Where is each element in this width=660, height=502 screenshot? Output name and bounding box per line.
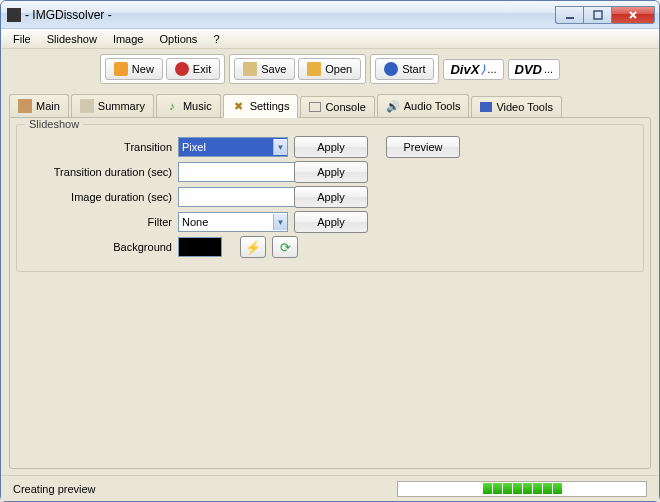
background-action1-button[interactable]: ⚡ — [240, 236, 266, 258]
transition-apply-button[interactable]: Apply — [294, 136, 368, 158]
chevron-down-icon: ▼ — [273, 139, 287, 155]
image-duration-apply-button[interactable]: Apply — [294, 186, 368, 208]
console-icon — [309, 102, 321, 112]
dvd-button[interactable]: DVD... — [508, 59, 561, 80]
tab-main[interactable]: Main — [9, 94, 69, 117]
settings-icon: ✖ — [232, 99, 246, 113]
app-window: - IMGDissolver - File Slideshow Image Op… — [0, 0, 660, 502]
app-icon — [7, 8, 21, 22]
tab-settings[interactable]: ✖Settings — [223, 94, 299, 118]
maximize-button[interactable] — [583, 6, 611, 24]
refresh-icon: ⟳ — [280, 240, 291, 255]
toolbar: New Exit Save Open Start DivX⟩... DVD... — [1, 49, 659, 89]
lightning-icon: ⚡ — [245, 240, 261, 255]
filter-select[interactable]: None▼ — [178, 212, 288, 232]
summary-icon — [80, 99, 94, 113]
new-button[interactable]: New — [105, 58, 163, 80]
transition-duration-apply-button[interactable]: Apply — [294, 161, 368, 183]
menu-options[interactable]: Options — [151, 31, 205, 47]
window-title: - IMGDissolver - — [25, 8, 555, 22]
video-tools-icon — [480, 102, 492, 112]
tab-summary[interactable]: Summary — [71, 94, 154, 117]
main-icon — [18, 99, 32, 113]
audio-tools-icon: 🔊 — [386, 99, 400, 113]
image-duration-label: Image duration (sec) — [27, 191, 172, 203]
transition-label: Transition — [27, 141, 172, 153]
filter-apply-button[interactable]: Apply — [294, 211, 368, 233]
background-action2-button[interactable]: ⟳ — [272, 236, 298, 258]
tab-music[interactable]: ♪Music — [156, 94, 221, 117]
tab-audio-tools[interactable]: 🔊Audio Tools — [377, 94, 470, 117]
tab-video-tools[interactable]: Video Tools — [471, 96, 561, 117]
progress-bar — [397, 481, 647, 497]
minimize-button[interactable] — [555, 6, 583, 24]
menubar: File Slideshow Image Options ? — [1, 29, 659, 49]
transition-select[interactable]: Pixel▼ — [178, 137, 288, 157]
tab-console[interactable]: Console — [300, 96, 374, 117]
tabbar: Main Summary ♪Music ✖Settings Console 🔊A… — [1, 89, 659, 117]
background-color-swatch[interactable] — [178, 237, 222, 257]
save-button[interactable]: Save — [234, 58, 295, 80]
slideshow-fieldset: Slideshow Transition Pixel▼ Apply Previe… — [16, 124, 644, 272]
image-duration-input[interactable]: ▲▼ — [178, 187, 288, 208]
menu-slideshow[interactable]: Slideshow — [39, 31, 105, 47]
open-icon — [307, 62, 321, 76]
transition-duration-label: Transition duration (sec) — [27, 166, 172, 178]
play-icon — [384, 62, 398, 76]
fieldset-legend: Slideshow — [25, 118, 83, 130]
statusbar: Creating preview — [1, 475, 659, 501]
save-icon — [243, 62, 257, 76]
start-button[interactable]: Start — [375, 58, 434, 80]
preview-button[interactable]: Preview — [386, 136, 460, 158]
menu-image[interactable]: Image — [105, 31, 152, 47]
status-text: Creating preview — [13, 483, 385, 495]
exit-icon — [175, 62, 189, 76]
background-label: Background — [27, 241, 172, 253]
svg-rect-1 — [594, 11, 602, 19]
exit-button[interactable]: Exit — [166, 58, 220, 80]
music-icon: ♪ — [165, 99, 179, 113]
chevron-down-icon: ▼ — [273, 214, 287, 230]
menu-file[interactable]: File — [5, 31, 39, 47]
transition-duration-input[interactable]: ▲▼ — [178, 162, 288, 183]
svg-rect-0 — [566, 17, 574, 19]
menu-help[interactable]: ? — [205, 31, 227, 47]
filter-label: Filter — [27, 216, 172, 228]
titlebar[interactable]: - IMGDissolver - — [1, 1, 659, 29]
content-panel: Slideshow Transition Pixel▼ Apply Previe… — [9, 117, 651, 469]
new-icon — [114, 62, 128, 76]
divx-button[interactable]: DivX⟩... — [443, 59, 503, 80]
open-button[interactable]: Open — [298, 58, 361, 80]
close-button[interactable] — [611, 6, 655, 24]
